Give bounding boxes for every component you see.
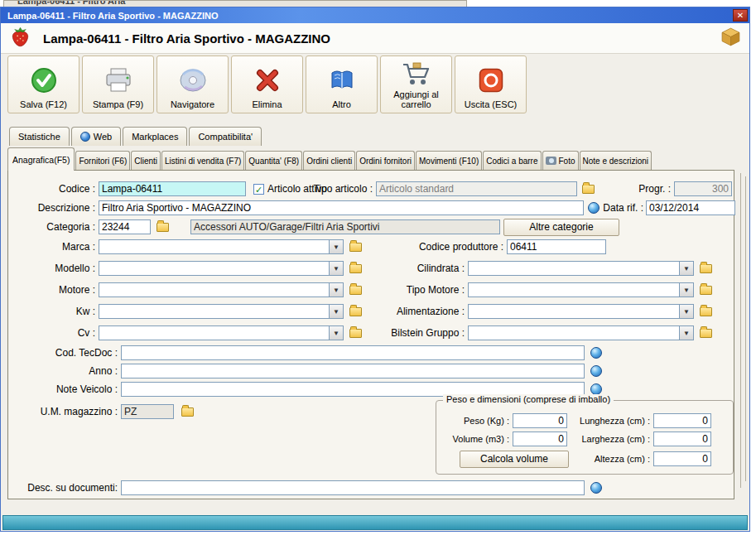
tab-statistiche[interactable]: Statistiche [9, 127, 70, 146]
tab-markplaces[interactable]: Markplaces [123, 127, 187, 146]
bilstein-gruppo-combobox[interactable]: ▼ [468, 325, 694, 340]
folder-icon [349, 329, 362, 338]
codice-input[interactable] [99, 181, 246, 196]
codice-produttore-label: Codice produttore : [391, 240, 503, 253]
um-magazzino-folder-button[interactable] [179, 404, 195, 419]
chevron-down-icon[interactable]: ▼ [329, 305, 343, 318]
tipo-articolo-folder-button[interactable] [580, 181, 596, 196]
tab-clienti[interactable]: Clienti [131, 151, 161, 170]
alimentazione-folder-button[interactable] [697, 304, 714, 319]
altezza-input[interactable] [653, 451, 711, 466]
print-button[interactable]: Stampa (F9) [82, 55, 154, 113]
calcola-volume-button[interactable]: Calcola volume [460, 451, 569, 468]
anno-input[interactable] [121, 364, 585, 378]
chevron-down-icon[interactable]: ▼ [329, 262, 343, 275]
bilstein-gruppo-folder-button[interactable] [697, 325, 714, 340]
tab-compatibilita[interactable]: Compatibilita' [189, 127, 262, 146]
titlebar: Lampa-06411 - Filtro Aria Sportivo - MAG… [1, 7, 749, 23]
printer-icon [104, 60, 133, 99]
background-panel-edge [745, 176, 746, 481]
chevron-down-icon[interactable]: ▼ [679, 305, 693, 318]
motore-combobox[interactable]: ▼ [99, 282, 344, 297]
desc-documenti-label: Desc. su documenti: [8, 481, 118, 494]
other-button[interactable]: Altro [306, 55, 378, 113]
cilindrata-label: Cilindrata : [389, 262, 465, 275]
folder-icon [156, 223, 169, 232]
lunghezza-input[interactable] [653, 413, 711, 428]
modello-combobox[interactable]: ▼ [99, 261, 344, 276]
tab-fornitori[interactable]: Fornitori (F6) [75, 151, 130, 170]
tab-web[interactable]: Web [71, 127, 121, 146]
desc-documenti-input[interactable] [121, 480, 585, 495]
checkbox-check-icon: ✓ [253, 184, 264, 195]
delete-button[interactable]: Elimina [231, 55, 303, 113]
main-tabs: Anagrafica(F5) Fornitori (F6) Clienti Li… [7, 147, 652, 170]
kw-combobox[interactable]: ▼ [99, 304, 344, 319]
chevron-down-icon[interactable]: ▼ [329, 240, 343, 253]
tab-note-descrizioni[interactable]: Note e descrizioni [580, 151, 652, 170]
tab-label: Quantita' (F8) [248, 157, 299, 166]
volume-label: Volume (m3) : [441, 432, 509, 446]
motore-label: Motore : [8, 283, 95, 297]
alimentazione-combobox[interactable]: ▼ [468, 304, 694, 319]
categoria-folder-button[interactable] [154, 219, 171, 234]
camera-icon [546, 157, 556, 165]
close-button[interactable]: ✕ [733, 9, 748, 22]
tipo-articolo-label: Tipo articolo : [300, 182, 373, 195]
codice-label: Codice : [8, 182, 95, 195]
codice-produttore-input[interactable] [507, 239, 606, 254]
cod-tecdoc-input[interactable] [121, 345, 585, 360]
tab-quantita[interactable]: Quantita' (F8) [245, 151, 302, 170]
tab-label: Movimenti (F10) [419, 157, 479, 166]
exit-button[interactable]: Uscita (ESC) [455, 55, 527, 113]
cilindrata-combobox[interactable]: ▼ [468, 261, 694, 276]
tipo-motore-combobox[interactable]: ▼ [468, 282, 694, 297]
volume-input[interactable] [513, 432, 567, 446]
cv-combobox[interactable]: ▼ [99, 325, 344, 340]
chevron-down-icon[interactable]: ▼ [679, 262, 693, 275]
tab-movimenti[interactable]: Movimenti (F10) [416, 151, 482, 170]
tab-anagrafica[interactable]: Anagrafica(F5) [7, 147, 75, 171]
cv-folder-button[interactable] [347, 325, 364, 340]
tab-foto[interactable]: Foto [542, 151, 579, 170]
altre-categorie-button[interactable]: Altre categorie [503, 219, 619, 236]
peso-input[interactable] [513, 413, 567, 428]
motore-folder-button[interactable] [347, 282, 364, 297]
tab-label: Markplaces [132, 132, 178, 142]
tab-label: Clienti [134, 157, 157, 166]
categoria-code-input[interactable] [99, 219, 151, 234]
save-button[interactable]: Salva (F12) [7, 55, 79, 113]
categoria-path-field [190, 219, 500, 234]
navigator-button[interactable]: Navigatore [156, 55, 229, 113]
marca-combobox[interactable]: ▼ [99, 239, 344, 254]
larghezza-input[interactable] [653, 432, 711, 446]
desc-documenti-globe-button[interactable] [588, 480, 604, 495]
tab-ordini-clienti[interactable]: Ordini clienti [303, 151, 355, 170]
chevron-down-icon[interactable]: ▼ [329, 283, 343, 297]
modello-folder-button[interactable] [347, 261, 364, 276]
chevron-down-icon[interactable]: ▼ [679, 283, 693, 297]
cilindrata-folder-button[interactable] [697, 261, 714, 276]
tab-label: Compatibilita' [198, 132, 253, 142]
tab-ordini-fornitori[interactable]: Ordini fornitori [356, 151, 415, 170]
tab-codici-barre[interactable]: Codici a barre [483, 151, 541, 170]
tab-label: Web [94, 132, 112, 142]
tipo-motore-folder-button[interactable] [697, 282, 714, 297]
print-button-label: Stampa (F9) [93, 99, 143, 110]
descrizione-input[interactable] [99, 200, 584, 215]
book-icon [329, 60, 355, 99]
add-to-cart-button[interactable]: Aggiungi al carrello [380, 55, 452, 113]
chevron-down-icon[interactable]: ▼ [329, 326, 343, 340]
chevron-down-icon[interactable]: ▼ [679, 326, 693, 340]
progr-input [674, 181, 732, 196]
kw-folder-button[interactable] [347, 304, 364, 319]
anno-globe-button[interactable] [588, 364, 604, 378]
folder-icon [349, 243, 362, 252]
data-rif-input[interactable] [646, 200, 735, 215]
marca-folder-button[interactable] [347, 239, 364, 254]
folder-icon [349, 264, 362, 273]
anagrafica-panel: Codice : ✓ Articolo attivo Tipo articolo… [7, 170, 734, 499]
navigator-button-label: Navigatore [171, 99, 214, 110]
tab-listini-vendita[interactable]: Listini di vendita (F7) [161, 151, 244, 170]
cod-tecdoc-globe-button[interactable] [588, 345, 604, 360]
